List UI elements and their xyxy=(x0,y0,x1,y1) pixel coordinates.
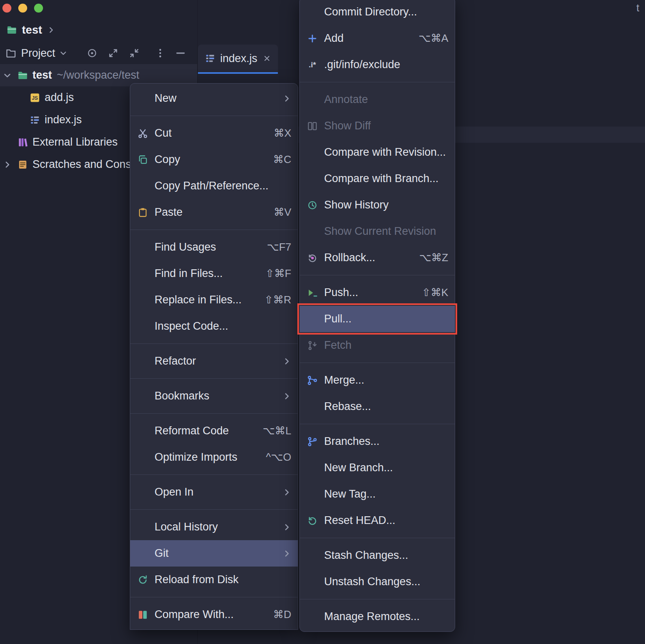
chevron-down-icon[interactable] xyxy=(2,71,13,80)
tab-index-js[interactable]: index.js xyxy=(198,45,278,74)
project-panel-title[interactable]: Project xyxy=(21,47,55,60)
context-menu-item-cut[interactable]: Cut⌘X xyxy=(130,120,298,146)
chevron-right-icon xyxy=(282,523,291,532)
git-submenu-item-manage-remotes[interactable]: Manage Remotes... xyxy=(300,603,455,630)
git-submenu-item-new-branch[interactable]: New Branch... xyxy=(300,455,455,481)
menu-item-label: Replace in Files... xyxy=(155,294,242,306)
exclude-file-icon: .i* xyxy=(306,60,318,69)
context-menu-item-new[interactable]: New xyxy=(130,85,298,112)
menu-item-label: Push... xyxy=(324,286,358,299)
ide-window: { "window": { "controls": ["close", "min… xyxy=(0,0,645,644)
context-menu-item-open-in[interactable]: Open In xyxy=(130,479,298,505)
close-window-button[interactable] xyxy=(2,4,11,13)
context-menu-item-optimize-imports[interactable]: Optimize Imports^⌥O xyxy=(130,444,298,470)
context-menu-item-local-history[interactable]: Local History xyxy=(130,514,298,540)
git-submenu-item-reset-head[interactable]: Reset HEAD... xyxy=(300,507,455,534)
git-submenu-item-show-diff[interactable]: Show Diff xyxy=(300,113,455,139)
menu-item-shortcut: ⌥⌘Z xyxy=(419,251,448,264)
git-submenu-item-compare-with-branch[interactable]: Compare with Branch... xyxy=(300,165,455,192)
zoom-window-button[interactable] xyxy=(34,4,43,13)
git-submenu-item-fetch[interactable]: Fetch xyxy=(300,332,455,358)
menu-item-label: .git/info/exclude xyxy=(324,58,400,71)
context-menu-item-copy[interactable]: Copy⌘C xyxy=(130,146,298,173)
hide-panel-button[interactable] xyxy=(174,45,187,61)
rollback-icon xyxy=(306,253,318,263)
context-menu-item-copy-path-reference[interactable]: Copy Path/Reference... xyxy=(130,173,298,199)
more-options-button[interactable] xyxy=(153,45,167,61)
menu-item-shortcut: ⇧⌘K xyxy=(422,286,448,299)
menu-item-label: Merge... xyxy=(324,374,364,386)
menu-item-label: Commit Directory... xyxy=(324,6,417,18)
menu-item-shortcut: ⌥⌘A xyxy=(419,32,448,45)
scratches-icon xyxy=(17,159,28,170)
git-submenu-item-show-history[interactable]: Show History xyxy=(300,192,455,218)
context-menu: NewCut⌘XCopy⌘CCopy Path/Reference...Past… xyxy=(130,83,298,630)
breadcrumb: test xyxy=(6,24,55,36)
git-submenu-item-stash-changes[interactable]: Stash Changes... xyxy=(300,542,455,569)
context-menu-item-reformat-code[interactable]: Reformat Code⌥⌘L xyxy=(130,418,298,444)
tree-item-path: ~/workspace/test xyxy=(57,69,139,82)
context-menu-item-compare-with[interactable]: Compare With...⌘D xyxy=(130,601,298,628)
git-submenu-item-add[interactable]: Add⌥⌘A xyxy=(300,25,455,52)
fetch-icon xyxy=(306,340,318,351)
menu-item-shortcut: ⌥⌘L xyxy=(263,425,291,437)
menu-item-label: Compare With... xyxy=(155,608,234,621)
expand-all-button[interactable] xyxy=(106,45,120,61)
git-submenu-item-branches[interactable]: Branches... xyxy=(300,428,455,455)
menu-item-shortcut: ⌥F7 xyxy=(267,241,291,253)
git-submenu-item-git-info-exclude[interactable]: .i*.git/info/exclude xyxy=(300,52,455,78)
breadcrumb-project[interactable]: test xyxy=(22,24,42,36)
menu-item-label: Fetch xyxy=(324,339,352,352)
menu-item-label: Find in Files... xyxy=(155,267,223,280)
menu-separator xyxy=(130,597,298,597)
locate-button[interactable] xyxy=(85,45,99,61)
context-menu-item-find-usages[interactable]: Find Usages⌥F7 xyxy=(130,234,298,260)
git-submenu-item-rollback[interactable]: Rollback...⌥⌘Z xyxy=(300,245,455,271)
context-menu-item-replace-in-files[interactable]: Replace in Files...⇧⌘R xyxy=(130,287,298,313)
chevron-down-icon[interactable] xyxy=(59,49,67,57)
context-menu-item-paste[interactable]: Paste⌘V xyxy=(130,199,298,225)
cut-icon xyxy=(137,128,149,139)
context-menu-item-git[interactable]: Git xyxy=(130,540,298,567)
minimize-window-button[interactable] xyxy=(18,4,27,13)
js-file-icon: JS xyxy=(29,92,41,103)
git-submenu: Commit Directory...Add⌥⌘A.i*.git/info/ex… xyxy=(299,0,455,632)
context-menu-item-refactor[interactable]: Refactor xyxy=(130,348,298,374)
menu-item-label: Cut xyxy=(155,127,172,140)
git-submenu-item-compare-with-revision[interactable]: Compare with Revision... xyxy=(300,139,455,165)
git-submenu-item-pull[interactable]: Pull... xyxy=(300,306,455,332)
git-submenu-item-new-tag[interactable]: New Tag... xyxy=(300,481,455,507)
menu-item-shortcut: ⌘C xyxy=(273,153,291,166)
context-menu-item-find-in-files[interactable]: Find in Files...⇧⌘F xyxy=(130,260,298,287)
libraries-icon xyxy=(17,137,28,148)
git-submenu-item-annotate[interactable]: Annotate xyxy=(300,86,455,113)
chevron-right-icon[interactable] xyxy=(2,160,13,169)
menu-item-label: Reformat Code xyxy=(155,425,229,437)
git-submenu-item-unstash-changes[interactable]: Unstash Changes... xyxy=(300,569,455,595)
diff-icon xyxy=(137,610,149,620)
history-icon xyxy=(306,200,318,210)
project-panel-header: Project xyxy=(6,44,196,62)
add-icon xyxy=(306,33,318,44)
git-submenu-item-merge[interactable]: Merge... xyxy=(300,367,455,393)
copy-icon xyxy=(137,155,149,165)
git-submenu-item-push[interactable]: Push...⇧⌘K xyxy=(300,279,455,306)
menu-item-label: Git xyxy=(155,547,169,560)
menu-item-label: Reload from Disk xyxy=(155,573,239,586)
git-submenu-item-show-current-revision[interactable]: Show Current Revision xyxy=(300,218,455,245)
chevron-right-icon xyxy=(282,357,291,366)
menu-separator xyxy=(130,230,298,230)
menu-item-label: Manage Remotes... xyxy=(324,610,420,623)
context-menu-item-bookmarks[interactable]: Bookmarks xyxy=(130,383,298,409)
window-controls xyxy=(2,4,43,13)
context-menu-item-reload-from-disk[interactable]: Reload from Disk xyxy=(130,567,298,593)
menu-item-label: New Tag... xyxy=(324,488,376,500)
menu-item-label: Show History xyxy=(324,199,389,211)
git-submenu-item-commit-directory[interactable]: Commit Directory... xyxy=(300,0,455,25)
close-tab-icon[interactable] xyxy=(263,54,271,62)
git-submenu-item-rebase[interactable]: Rebase... xyxy=(300,393,455,420)
minimize-icon xyxy=(175,48,186,58)
context-menu-item-inspect-code[interactable]: Inspect Code... xyxy=(130,313,298,339)
reset-icon xyxy=(306,515,318,526)
collapse-all-button[interactable] xyxy=(127,45,141,61)
